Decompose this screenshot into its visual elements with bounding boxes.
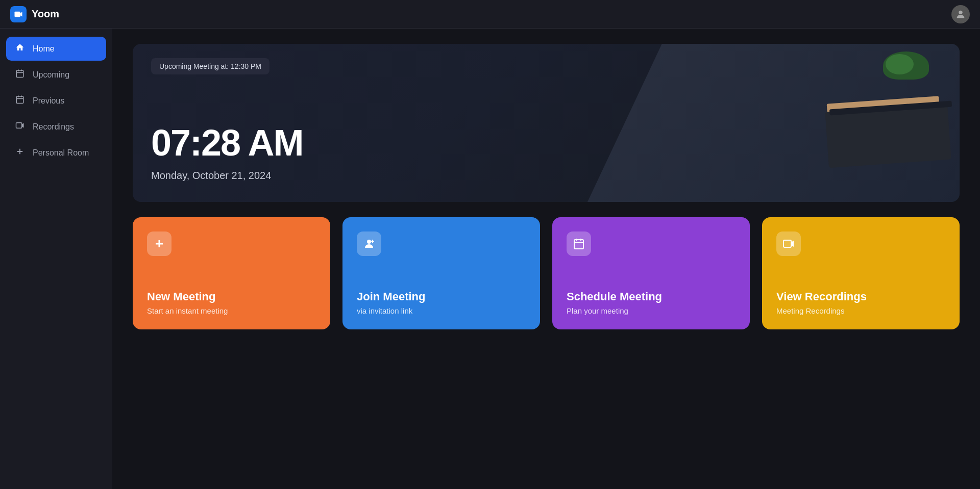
upcoming-icon — [14, 69, 26, 81]
view-recordings-text: View Recordings Meeting Recordings — [776, 290, 945, 315]
hero-plant-deco2 — [886, 54, 914, 74]
view-recordings-icon — [776, 231, 801, 256]
svg-rect-6 — [16, 96, 23, 104]
schedule-meeting-card[interactable]: Schedule Meeting Plan your meeting — [552, 217, 750, 329]
sidebar-item-upcoming[interactable]: Upcoming — [6, 63, 106, 87]
hero-banner: Upcoming Meeting at: 12:30 PM 07:28 AM M… — [133, 44, 960, 202]
svg-rect-10 — [16, 123, 22, 128]
svg-point-15 — [367, 240, 371, 244]
join-meeting-subtitle: via invitation link — [357, 306, 526, 315]
new-meeting-icon — [147, 231, 172, 256]
schedule-meeting-title: Schedule Meeting — [567, 290, 736, 303]
view-recordings-title: View Recordings — [776, 290, 945, 303]
view-recordings-card[interactable]: View Recordings Meeting Recordings — [762, 217, 960, 329]
sidebar-item-previous[interactable]: Previous — [6, 89, 106, 113]
svg-rect-0 — [15, 11, 20, 17]
sidebar-item-personal-room-label: Personal Room — [33, 148, 89, 158]
main-layout: Home Upcoming — [0, 29, 980, 489]
sidebar-item-previous-label: Previous — [33, 96, 64, 106]
sidebar-item-personal-room[interactable]: Personal Room — [6, 141, 106, 165]
previous-icon — [14, 95, 26, 107]
new-meeting-card[interactable]: New Meeting Start an instant meeting — [133, 217, 330, 329]
sidebar-item-upcoming-label: Upcoming — [33, 70, 69, 80]
new-meeting-title: New Meeting — [147, 290, 316, 303]
topbar: Yoom — [0, 0, 980, 29]
sidebar-item-home[interactable]: Home — [6, 37, 106, 61]
svg-rect-2 — [16, 70, 23, 78]
logo: Yoom — [10, 6, 59, 22]
schedule-meeting-icon — [567, 231, 591, 256]
view-recordings-subtitle: Meeting Recordings — [776, 306, 945, 315]
home-icon — [14, 43, 26, 55]
hero-time: 07:28 AM — [151, 124, 303, 161]
logo-icon — [10, 6, 27, 22]
svg-point-1 — [959, 10, 962, 14]
join-meeting-title: Join Meeting — [357, 290, 526, 303]
sidebar-item-recordings[interactable]: Recordings — [6, 115, 106, 139]
personal-room-icon — [14, 147, 26, 159]
action-cards: New Meeting Start an instant meeting Joi… — [133, 217, 960, 329]
app-name: Yoom — [32, 8, 59, 20]
svg-rect-18 — [574, 240, 583, 249]
schedule-meeting-subtitle: Plan your meeting — [567, 306, 736, 315]
svg-rect-22 — [783, 240, 791, 247]
sidebar-item-home-label: Home — [33, 44, 55, 54]
new-meeting-subtitle: Start an instant meeting — [147, 306, 316, 315]
hero-date: Monday, October 21, 2024 — [151, 170, 271, 182]
schedule-meeting-text: Schedule Meeting Plan your meeting — [567, 290, 736, 315]
join-meeting-text: Join Meeting via invitation link — [357, 290, 526, 315]
new-meeting-text: New Meeting Start an instant meeting — [147, 290, 316, 315]
hero-badge: Upcoming Meeting at: 12:30 PM — [151, 58, 270, 74]
recordings-icon — [14, 121, 26, 133]
sidebar: Home Upcoming — [0, 29, 112, 489]
avatar[interactable] — [951, 5, 970, 23]
join-meeting-card[interactable]: Join Meeting via invitation link — [342, 217, 540, 329]
main-content: Upcoming Meeting at: 12:30 PM 07:28 AM M… — [112, 29, 980, 489]
sidebar-item-recordings-label: Recordings — [33, 122, 74, 132]
join-meeting-icon — [357, 231, 381, 256]
